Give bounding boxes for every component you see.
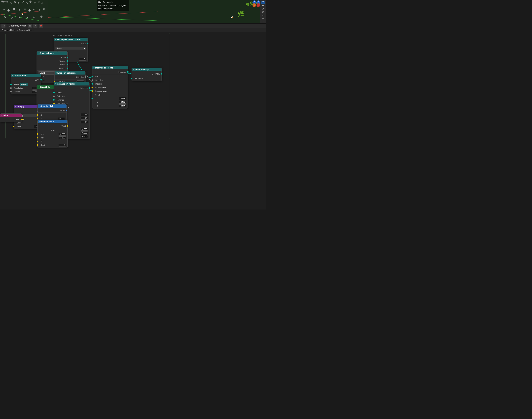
node-header-curve-to-points[interactable]: ▾ Curve to Points	[37, 52, 67, 55]
viewport-right: User Perspective (2) Scene Collection | …	[48, 0, 266, 23]
min-value[interactable]: -3.500	[59, 133, 66, 135]
count-value[interactable]: 9	[79, 58, 86, 61]
annotate-icon[interactable]: ✎	[261, 17, 265, 20]
node-header-join-geometry[interactable]: ▾ Join Geometry	[132, 68, 161, 71]
input-geometry-socket[interactable]	[131, 78, 132, 79]
mode-row: Count	[54, 46, 88, 50]
node-header-random-value[interactable]: ▾ Random Value	[38, 120, 67, 123]
node-header-index[interactable]: ▾ Index	[0, 114, 22, 117]
plant-dark-large: 🌿	[237, 11, 244, 16]
output-curve-socket[interactable]	[87, 43, 88, 44]
collapse-arrow[interactable]: ▾	[39, 121, 40, 123]
collapse-arrow[interactable]: ▾	[39, 105, 40, 107]
value-sub-label: Value	[17, 126, 21, 128]
node-header-instance-on-points-1[interactable]: ▾ Instance on Points	[93, 66, 128, 69]
input-x-socket[interactable]	[37, 114, 38, 116]
collapse-arrow[interactable]: ▾	[12, 75, 13, 77]
pin-button[interactable]: 📌	[39, 24, 43, 28]
output-rotation-socket[interactable]	[67, 67, 68, 69]
breadcrumb-geomnode[interactable]: GeometryNodes	[1, 29, 16, 31]
node-header-combine-xyz[interactable]: ▾ Combine XYZ	[38, 105, 66, 108]
input-points-socket[interactable]	[53, 92, 55, 93]
input-instance-index-row: Instance Index	[93, 89, 128, 93]
scale-x-socket[interactable]	[92, 98, 93, 99]
collapse-arrow[interactable]: ▾	[38, 52, 39, 54]
scale-tool-icon[interactable]: ⊕	[261, 11, 265, 13]
node-editor[interactable]: FLOWER LEAVES ▾ Resampled TRIM CURVE Cur…	[0, 32, 266, 210]
editor-type-button[interactable]: ⬡	[1, 24, 5, 28]
input-instance-index-label: Instance Index	[95, 90, 107, 92]
sx-value[interactable]: 0.500	[80, 128, 88, 131]
min-row: Min -3.500	[38, 132, 67, 136]
output-vector-row: Vector	[38, 108, 66, 112]
rx-value[interactable]: 0°	[80, 113, 88, 116]
sz-value[interactable]: 0.500	[119, 105, 126, 107]
input-instance-socket[interactable]	[53, 99, 55, 101]
output-points-socket[interactable]	[67, 57, 68, 58]
output-instances-socket[interactable]	[89, 87, 90, 89]
min-socket[interactable]	[37, 133, 38, 135]
select-tool-icon[interactable]: ⬡	[261, 1, 265, 4]
points-socket[interactable]	[10, 84, 12, 85]
points-btn[interactable]: Radius	[20, 83, 28, 86]
input-selection-socket[interactable]	[92, 79, 93, 81]
sz-label: Z	[97, 105, 98, 107]
collapse-arrow[interactable]: ▾	[93, 67, 94, 69]
node-header-endpoint-selection[interactable]: ▾ Endpoint Selection	[55, 71, 85, 75]
input-value-socket[interactable]	[13, 126, 14, 127]
sy-value[interactable]: 0.500	[80, 131, 88, 134]
collapse-arrow[interactable]: ▾	[56, 72, 57, 74]
output-value-label: Value	[61, 125, 66, 127]
max-socket[interactable]	[37, 137, 38, 138]
transform-icon[interactable]: ⊙	[261, 14, 265, 17]
breadcrumb-geomnode2[interactable]: Geometry Nodes	[19, 29, 34, 31]
close-button[interactable]: ✕	[33, 24, 38, 28]
max-value[interactable]: -2.800	[59, 136, 66, 139]
output-selection-socket[interactable]	[85, 76, 86, 78]
output-geometry-socket[interactable]	[161, 73, 162, 75]
resolution-socket[interactable]	[10, 87, 12, 89]
input-instance-index-socket[interactable]	[92, 91, 93, 92]
close-view-icon[interactable]: ✕	[256, 3, 260, 7]
node-header-resampled-trim-curve[interactable]: ▾ Resampled TRIM CURVE	[54, 38, 88, 41]
output-tangent-label: Tangent	[59, 60, 66, 62]
collapse-arrow[interactable]: ▾	[55, 83, 56, 85]
plant-decoration: ❊	[28, 9, 31, 12]
id-socket[interactable]	[37, 141, 38, 142]
output-tangent-socket[interactable]	[67, 60, 68, 62]
rz-value[interactable]: 0°	[80, 120, 88, 123]
seed-socket[interactable]	[37, 144, 38, 146]
output-instances-socket[interactable]	[127, 71, 129, 73]
input-selection-socket[interactable]	[53, 95, 55, 97]
measure-icon[interactable]: ⌖	[261, 20, 265, 23]
sz-value[interactable]: 0.500	[80, 135, 88, 138]
output-index-socket[interactable]	[21, 119, 23, 120]
node-header-instance-on-points-2[interactable]: ▾ Instance on Points	[54, 82, 89, 85]
output-normal-socket[interactable]	[67, 64, 68, 65]
mode-dropdown[interactable]: Count	[55, 47, 86, 50]
input-instance-socket[interactable]	[92, 83, 93, 85]
y-value[interactable]: 0.000	[58, 117, 65, 120]
input-y-socket[interactable]	[37, 118, 38, 119]
collapse-arrow[interactable]: ▾	[1, 114, 2, 116]
collapse-arrow[interactable]: ▾	[38, 86, 39, 88]
output-vector-socket[interactable]	[66, 110, 67, 111]
input-points-socket[interactable]	[92, 76, 93, 77]
sx-value[interactable]: 0.500	[119, 97, 126, 100]
collapse-arrow[interactable]: ▾	[15, 106, 16, 108]
node-header-curve-circle[interactable]: ▾ Curve Circle	[11, 74, 41, 77]
output-curve-socket[interactable]	[40, 79, 42, 80]
move-tool-icon[interactable]: ✥	[261, 4, 265, 7]
input-pick-instance-socket[interactable]	[92, 87, 93, 88]
rotate-tool-icon[interactable]: ⟳	[261, 7, 265, 10]
copy-button[interactable]: ⧉	[28, 24, 32, 28]
collapse-arrow[interactable]: ▾	[133, 69, 134, 70]
output-value-socket[interactable]	[67, 125, 68, 127]
radius-socket[interactable]	[10, 91, 12, 92]
sy-value[interactable]: 0.500	[119, 101, 126, 104]
collapse-arrow[interactable]: ▾	[55, 39, 56, 40]
input-pick-instance-socket[interactable]	[53, 103, 55, 104]
view-icon-y[interactable]: Y	[253, 3, 256, 7]
seed-value[interactable]: 0	[59, 144, 66, 146]
ry-value[interactable]: 0°	[80, 117, 88, 120]
